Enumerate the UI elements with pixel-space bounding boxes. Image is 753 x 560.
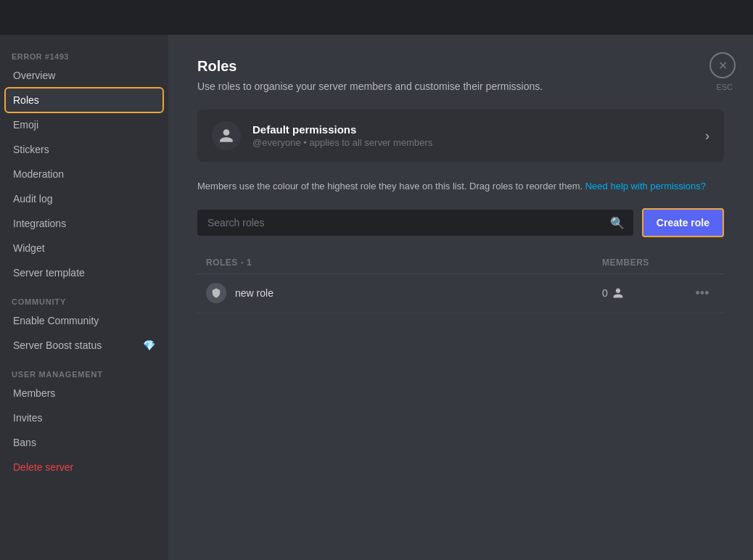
help-link[interactable]: Need help with permissions?	[585, 181, 706, 192]
role-actions: •••	[689, 283, 715, 304]
permissions-title: Default permissions	[252, 123, 705, 136]
sidebar-item-bans[interactable]: Bans	[6, 431, 162, 454]
sidebar-item-integrations[interactable]: Integrations	[6, 212, 162, 235]
sidebar-item-emoji[interactable]: Emoji	[6, 113, 162, 136]
role-name: new role	[235, 287, 602, 299]
sidebar-item-enable-community[interactable]: Enable Community	[6, 309, 162, 332]
create-role-button[interactable]: Create role	[642, 208, 724, 237]
community-section-label: COMMUNITY	[6, 286, 162, 309]
search-input[interactable]	[197, 210, 633, 236]
roles-table-header: ROLES - 1 MEMBERS	[197, 252, 724, 274]
sidebar-item-widget[interactable]: Widget	[6, 236, 162, 260]
role-members: 0	[602, 287, 689, 299]
table-row[interactable]: new role 0 •••	[197, 274, 724, 313]
sidebar-item-server-boost[interactable]: Server Boost status 💎	[6, 334, 162, 357]
search-wrapper: 🔍	[197, 210, 633, 236]
boost-icon: 💎	[143, 339, 155, 351]
search-create-row: 🔍 Create role	[197, 208, 724, 237]
close-button[interactable]: ✕	[709, 52, 736, 78]
sidebar-item-roles[interactable]: Roles	[6, 88, 162, 112]
col-members-header: MEMBERS	[602, 258, 689, 268]
role-icon	[206, 283, 226, 303]
permissions-info: Default permissions @everyone • applies …	[252, 123, 705, 148]
error-label: ERROR #1493	[6, 46, 162, 64]
sidebar: ERROR #1493 Overview Roles Emoji Sticker…	[0, 35, 168, 560]
sidebar-item-audit-log[interactable]: Audit log	[6, 187, 162, 210]
sidebar-item-invites[interactable]: Invites	[6, 406, 162, 429]
col-roles-header: ROLES - 1	[206, 258, 602, 268]
sidebar-item-members[interactable]: Members	[6, 382, 162, 405]
permissions-subtitle: @everyone • applies to all server member…	[252, 137, 705, 148]
role-more-button[interactable]: •••	[690, 283, 715, 304]
sidebar-item-delete-server[interactable]: Delete server	[6, 456, 162, 479]
sidebar-item-overview[interactable]: Overview	[6, 64, 162, 87]
default-permissions-card[interactable]: Default permissions @everyone • applies …	[197, 110, 724, 162]
page-subtitle: Use roles to organise your server member…	[197, 81, 724, 92]
user-management-section-label: USER MANAGEMENT	[6, 358, 162, 382]
page-title: Roles	[197, 58, 724, 75]
sidebar-item-moderation[interactable]: Moderation	[6, 162, 162, 186]
chevron-right-icon: ›	[705, 128, 709, 144]
sidebar-item-stickers[interactable]: Stickers	[6, 138, 162, 161]
help-text: Members use the colour of the highest ro…	[197, 179, 724, 194]
sidebar-item-server-template[interactable]: Server template	[6, 261, 162, 284]
permissions-icon	[212, 121, 241, 150]
esc-label: ESC	[716, 83, 733, 91]
main-content: ✕ ESC Roles Use roles to organise your s…	[168, 35, 753, 560]
